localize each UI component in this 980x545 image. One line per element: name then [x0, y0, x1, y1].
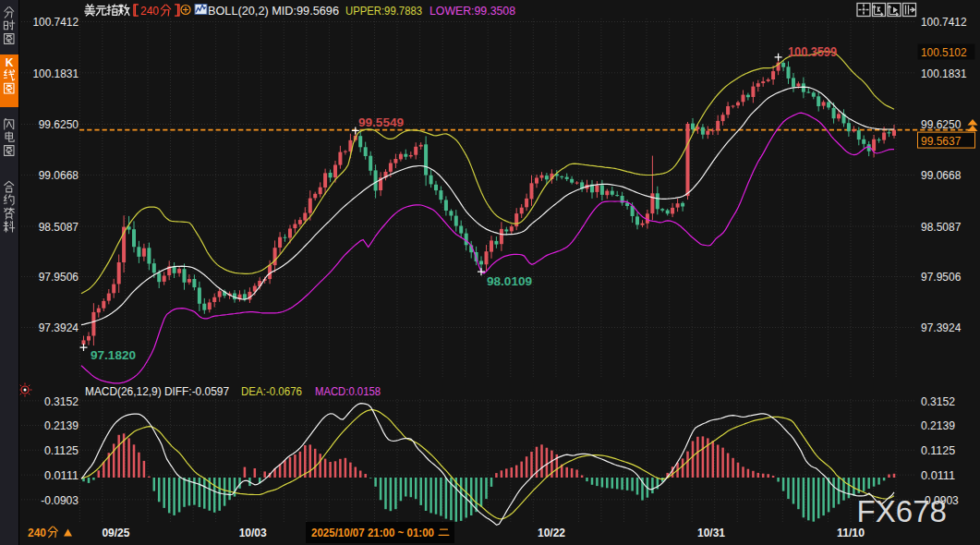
- svg-text:98.5087: 98.5087: [39, 220, 79, 234]
- svg-text:99.0668: 99.0668: [39, 168, 79, 182]
- svg-text:UPPER:99.7883: UPPER:99.7883: [345, 4, 422, 18]
- svg-text:98.0109: 98.0109: [487, 274, 532, 288]
- svg-text:0.2139: 0.2139: [44, 418, 79, 432]
- svg-text:K: K: [6, 56, 14, 69]
- svg-text:MACD:0.0158: MACD:0.0158: [315, 384, 381, 398]
- svg-text:100.5102: 100.5102: [921, 45, 967, 59]
- svg-text:99.5637: 99.5637: [921, 134, 961, 148]
- svg-text:97.9506: 97.9506: [921, 270, 961, 284]
- svg-text:240: 240: [140, 4, 159, 18]
- svg-text:99.6250: 99.6250: [921, 117, 961, 131]
- svg-text:100.3599: 100.3599: [788, 44, 837, 59]
- svg-text:100.7412: 100.7412: [921, 15, 967, 29]
- svg-text:FX678: FX678: [857, 494, 948, 528]
- svg-text:97.3924: 97.3924: [39, 321, 79, 334]
- svg-text:09/25: 09/25: [102, 526, 129, 539]
- svg-text:97.1820: 97.1820: [91, 348, 136, 362]
- svg-text:240: 240: [28, 526, 46, 539]
- svg-text:0.1125: 0.1125: [921, 443, 955, 457]
- svg-text:0.0111: 0.0111: [44, 468, 79, 482]
- svg-text:0.3152: 0.3152: [44, 394, 79, 408]
- svg-text:DEA:-0.0676: DEA:-0.0676: [241, 384, 302, 398]
- svg-text:100.1831: 100.1831: [921, 67, 967, 80]
- svg-text:-0.0903: -0.0903: [41, 493, 79, 507]
- svg-text:0.1125: 0.1125: [44, 443, 79, 457]
- svg-text:LOWER:99.3508: LOWER:99.3508: [430, 4, 515, 18]
- svg-text:0.2139: 0.2139: [921, 418, 955, 432]
- svg-text:100.7412: 100.7412: [33, 15, 79, 29]
- svg-text:0.3152: 0.3152: [921, 394, 955, 408]
- svg-text:99.5549: 99.5549: [358, 115, 404, 129]
- svg-text:10/03: 10/03: [239, 526, 267, 539]
- svg-text:97.9506: 97.9506: [39, 270, 79, 284]
- svg-text:97.3924: 97.3924: [921, 321, 962, 334]
- svg-text:10/22: 10/22: [538, 526, 565, 539]
- svg-text:99.6250: 99.6250: [39, 117, 79, 131]
- svg-text:MACD(26,12,9) DIFF:-0.0597: MACD(26,12,9) DIFF:-0.0597: [85, 384, 229, 398]
- svg-text:99.0668: 99.0668: [921, 168, 961, 182]
- svg-text:2025/10/07 21:00 ~ 01:00: 2025/10/07 21:00 ~ 01:00: [311, 526, 434, 539]
- svg-text:98.5087: 98.5087: [921, 220, 961, 234]
- svg-text:10/31: 10/31: [697, 526, 725, 539]
- svg-text:100.1831: 100.1831: [33, 67, 79, 80]
- svg-text:0.0111: 0.0111: [921, 468, 955, 482]
- svg-text:BOLL(20,2) MID:99.5696: BOLL(20,2) MID:99.5696: [208, 4, 339, 18]
